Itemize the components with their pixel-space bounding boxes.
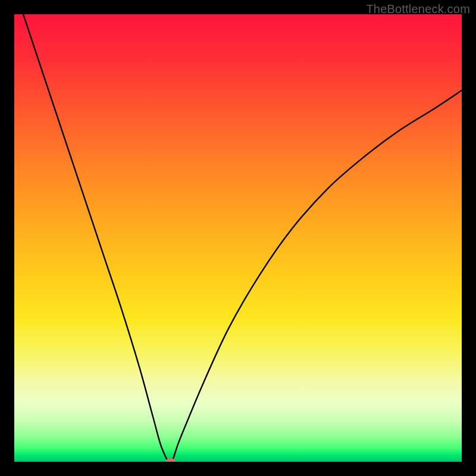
optimum-marker (165, 458, 176, 462)
bottleneck-curve (14, 14, 462, 462)
chart-plot-area (14, 14, 462, 462)
watermark-text: TheBottleneck.com (366, 2, 470, 16)
